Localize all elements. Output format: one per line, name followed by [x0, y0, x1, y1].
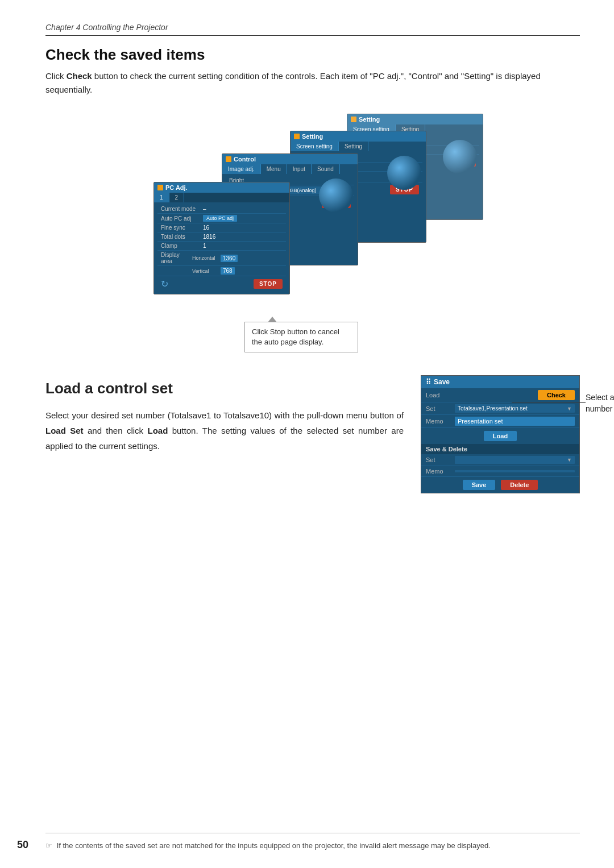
page-number: 50 [17, 839, 28, 851]
check-bold: Check [67, 71, 92, 81]
save-set-value: Totalsave1,Presentation set ▼ [455, 404, 575, 413]
screenshots-stack: Setting Screen setting Setting Default S… [154, 114, 472, 352]
save-save-set-value: ▼ [455, 456, 575, 464]
pcadj-row-clamp: Clamp 1 [157, 242, 286, 251]
pcadj-row-display-h: Display area Horizontal 1360 [157, 251, 286, 266]
lower-section: Load a control set Select your desired s… [45, 375, 580, 493]
pcadj-row-mode: Current mode – [157, 205, 286, 214]
set-dropdown-arrow[interactable]: ▼ [567, 406, 572, 412]
save-window: ⠿ Save Load Check Set Totalsave1,Present… [421, 375, 580, 493]
setting2-titlebar: Setting [347, 114, 483, 124]
save-save-set-row: Set ▼ [421, 454, 579, 466]
control-tab-menu[interactable]: Menu [261, 164, 287, 174]
desc-text-1: Click [45, 71, 67, 81]
pcadj-row-auto: Auto PC adj Auto PC adj [157, 214, 286, 223]
pcadj-titlebar: PC Adj. [154, 182, 289, 193]
load-strong-1: Load Set [45, 426, 84, 435]
pcadj-bottom: ↻ STOP [157, 276, 286, 292]
save-load-btn-row: Load [421, 428, 579, 444]
save-delete-btn[interactable]: Delete [501, 480, 538, 490]
save-load-btn[interactable]: Load [484, 431, 517, 441]
pcadj-navbar: 1 2 [154, 193, 289, 202]
save-load-row: Load Check [421, 388, 579, 402]
load-section-desc: Select your desired set number (Totalsav… [45, 408, 404, 454]
save-window-titlebar: ⠿ Save [421, 376, 579, 388]
pcadj-icon [157, 185, 163, 190]
save-load-label: Load [426, 392, 451, 398]
globe-2 [443, 140, 477, 174]
callout-line2: the auto page display. [252, 338, 323, 346]
control-navbar: Image adj. Menu Input Sound [222, 164, 358, 174]
control-tab-control[interactable]: Sound [312, 164, 340, 174]
control-title: Control [234, 156, 256, 163]
save-panel: ⠿ Save Load Check Set Totalsave1,Present… [421, 375, 580, 493]
load-desc-2: and then click [84, 426, 148, 435]
save-memo-label: Memo [426, 418, 451, 425]
pcadj-stop-btn[interactable]: STOP [254, 279, 283, 289]
setting1-icon [294, 134, 300, 139]
setting2-title: Setting [359, 116, 380, 123]
chapter-label: Chapter 4 Controlling the Projector [45, 23, 580, 32]
setting1-tab-setting[interactable]: Setting [339, 142, 368, 151]
pcadj-tab-2[interactable]: 2 [169, 193, 185, 202]
pcadj-row-fine: Fine sync 16 [157, 223, 286, 232]
save-delete-section: Save & Delete [421, 444, 579, 454]
save-memo-value: Presentation set [455, 417, 575, 426]
page: Chapter 4 Controlling the Projector Chec… [0, 0, 614, 868]
pcadj-row-display-v: Vertical 768 [157, 266, 286, 276]
globe-1 [387, 156, 421, 190]
setting1-titlebar: Setting [291, 131, 426, 142]
refresh-icon: ↻ [161, 279, 168, 289]
screenshot-area: Setting Screen setting Setting Default S… [45, 114, 580, 352]
pcadj-window: PC Adj. 1 2 Current mode – Auto PC adj A… [154, 182, 290, 294]
control-tab-input[interactable]: Input [287, 164, 312, 174]
check-section-desc: Click Check button to check the current … [45, 69, 580, 97]
pcadj-title: PC Adj. [165, 184, 188, 191]
save-set-dropdown-arrow[interactable]: ▼ [567, 457, 572, 463]
select-set-line [512, 402, 586, 403]
pcadj-content: Current mode – Auto PC adj Auto PC adj F… [154, 202, 289, 294]
setting1-navbar: Screen setting Setting [291, 142, 426, 151]
desc-text-2: button to check the current setting cond… [45, 71, 541, 94]
control-titlebar: Control [222, 154, 358, 164]
load-desc-1: Select your desired set number (Totalsav… [45, 410, 404, 420]
pcadj-tab-1[interactable]: 1 [154, 193, 169, 202]
save-check-btn[interactable]: Check [538, 390, 575, 400]
control-icon [226, 156, 231, 162]
load-text: Load a control set Select your desired s… [45, 375, 404, 454]
check-section-title: Check the saved items [45, 46, 580, 64]
footer-area: ☞ If the contents of the saved set are n… [45, 833, 580, 852]
control-tab-image[interactable]: Image adj. [222, 164, 261, 174]
save-save-set-label: Set [426, 456, 451, 463]
note-icon: ☞ [45, 841, 52, 850]
globe-control [319, 178, 353, 213]
footer-note-text: If the contents of the saved set are not… [57, 841, 491, 850]
select-set-label: Select a set number [586, 392, 614, 414]
pcadj-row-dots: Total dots 1816 [157, 232, 286, 242]
callout-line1: Click Stop button to cancel [252, 327, 339, 336]
save-save-btn[interactable]: Save [463, 480, 496, 490]
callout-box: Click Stop button to cancel the auto pag… [244, 322, 358, 352]
save-save-memo-label: Memo [426, 468, 451, 475]
pcadj-auto-btn[interactable]: Auto PC adj [203, 215, 237, 222]
setting1-tab-screen[interactable]: Screen setting [291, 142, 339, 151]
setting1-title: Setting [302, 133, 323, 140]
save-window-title: Save [434, 378, 450, 386]
load-section-title: Load a control set [45, 375, 404, 402]
load-strong-2: Load [148, 426, 168, 435]
top-rule [45, 35, 580, 36]
save-memo-row: Memo Presentation set [421, 415, 579, 428]
save-save-memo-value [455, 470, 575, 472]
setting2-icon [351, 117, 356, 122]
save-title-icon: ⠿ [426, 378, 431, 386]
save-set-text: Totalsave1,Presentation set [458, 405, 528, 412]
save-delete-btn-row: Save Delete [421, 477, 579, 493]
save-save-memo-row: Memo [421, 466, 579, 477]
save-set-row: Set Totalsave1,Presentation set ▼ [421, 402, 579, 415]
save-set-label: Set [426, 405, 451, 412]
footer-note: ☞ If the contents of the saved set are n… [45, 840, 580, 852]
